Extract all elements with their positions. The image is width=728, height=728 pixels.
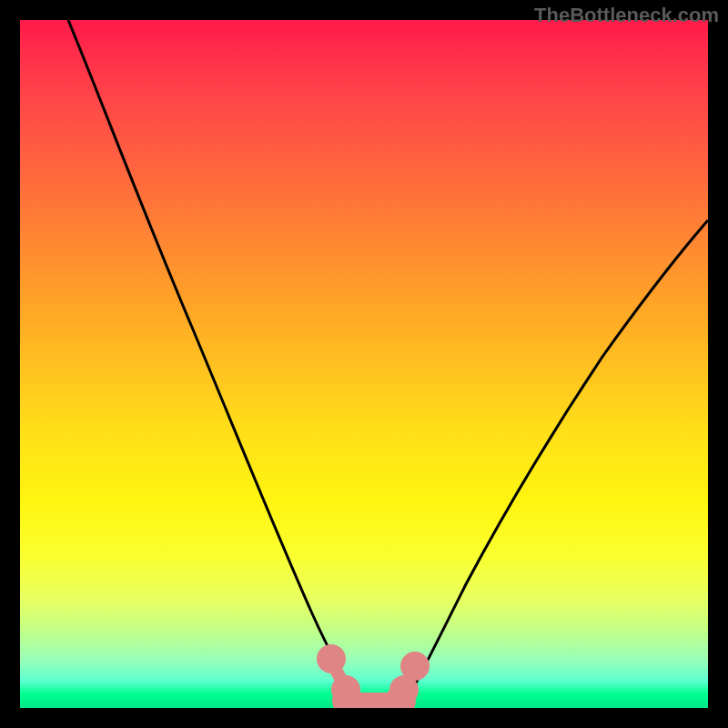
bottom-blob-group (323, 651, 423, 708)
chart-svg (20, 20, 708, 708)
svg-point-0 (323, 651, 339, 667)
watermark-text: TheBottleneck.com (534, 4, 719, 27)
right-curve (410, 220, 708, 695)
chart-area (20, 20, 708, 708)
svg-point-2 (339, 692, 357, 708)
svg-point-5 (407, 658, 423, 674)
svg-point-4 (396, 682, 412, 698)
left-curve (68, 20, 352, 693)
